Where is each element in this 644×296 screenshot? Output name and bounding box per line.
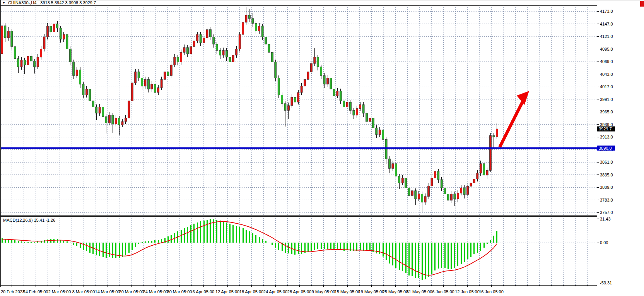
- svg-text:-53.31: -53.31: [600, 281, 612, 285]
- svg-text:3939.0: 3939.0: [600, 122, 613, 127]
- svg-text:3757.0: 3757.0: [600, 210, 613, 215]
- macd-histogram-series: [2, 219, 497, 280]
- svg-text:6 Jun 05:00: 6 Jun 05:00: [432, 289, 454, 294]
- symbol-dropdown-icon[interactable]: ▼: [2, 1, 5, 5]
- svg-text:12 Apr 05:00: 12 Apr 05:00: [215, 289, 239, 294]
- svg-text:9 May 05:00: 9 May 05:00: [312, 289, 335, 294]
- corner-marker: [640, 1, 644, 7]
- svg-text:31 May 05:00: 31 May 05:00: [407, 289, 432, 294]
- svg-text:2 Mar 05:00: 2 Mar 05:00: [48, 289, 71, 294]
- chart-title-bar: ▼ CHINA300-,H4 3913.5 3942.3 3908.3 3929…: [2, 0, 96, 5]
- svg-text:3890.0: 3890.0: [599, 146, 612, 151]
- macd-signal-line: [2, 222, 497, 275]
- svg-text:18 Apr 05:00: 18 Apr 05:00: [239, 289, 263, 294]
- svg-text:12 Jun 05:00: 12 Jun 05:00: [455, 289, 480, 294]
- macd-indicator-label: MACD(12,26,9) 15.41 -1.26: [3, 218, 55, 222]
- chart-window: 4173.04147.04121.04095.04069.04043.04017…: [0, 0, 644, 296]
- svg-text:20 Mar 05:00: 20 Mar 05:00: [119, 289, 144, 294]
- time-axis: 20 Feb 202324 Feb 05:002 Mar 05:008 Mar …: [1, 285, 587, 294]
- svg-text:24 Feb 05:00: 24 Feb 05:00: [23, 289, 48, 294]
- svg-text:3991.0: 3991.0: [600, 97, 613, 102]
- svg-text:4043.0: 4043.0: [600, 72, 613, 77]
- svg-text:4173.0: 4173.0: [600, 9, 613, 14]
- svg-text:4069.0: 4069.0: [600, 59, 613, 64]
- svg-text:3861.0: 3861.0: [600, 160, 613, 164]
- svg-text:28 Apr 05:00: 28 Apr 05:00: [287, 289, 311, 294]
- svg-text:4121.0: 4121.0: [600, 34, 613, 39]
- svg-text:3783.0: 3783.0: [600, 198, 613, 202]
- svg-text:16 Jun 05:00: 16 Jun 05:00: [479, 289, 504, 294]
- symbol-period-label: CHINA300-,H4: [8, 0, 36, 5]
- svg-text:31.43: 31.43: [600, 217, 611, 221]
- svg-text:25 May 05:00: 25 May 05:00: [383, 289, 408, 294]
- svg-text:3835.0: 3835.0: [600, 173, 613, 177]
- svg-text:30 Mar 05:00: 30 Mar 05:00: [167, 289, 192, 294]
- svg-text:4095.0: 4095.0: [600, 47, 613, 51]
- svg-text:19 May 05:00: 19 May 05:00: [359, 289, 384, 294]
- svg-text:24 Apr 05:00: 24 Apr 05:00: [263, 289, 287, 294]
- svg-text:0.00: 0.00: [600, 240, 608, 245]
- svg-text:3913.0: 3913.0: [600, 135, 613, 139]
- ohlc-readout: 3913.5 3942.3 3908.3 3929.7: [40, 0, 96, 5]
- price-axis: 4173.04147.04121.04095.04069.04043.04017…: [597, 9, 613, 215]
- svg-text:24 Mar 05:00: 24 Mar 05:00: [143, 289, 168, 294]
- hline-price-label[interactable]: 3890.0: [597, 145, 615, 151]
- svg-text:3809.0: 3809.0: [600, 185, 613, 190]
- svg-text:15 May 05:00: 15 May 05:00: [335, 289, 360, 294]
- macd-axis: 31.430.00-53.31: [597, 217, 612, 285]
- svg-text:20 Feb 2023: 20 Feb 2023: [1, 289, 25, 294]
- svg-text:8 Mar 05:00: 8 Mar 05:00: [72, 289, 95, 294]
- svg-text:4017.0: 4017.0: [600, 84, 613, 89]
- svg-text:14 Mar 05:00: 14 Mar 05:00: [95, 289, 120, 294]
- svg-text:4147.0: 4147.0: [600, 22, 613, 26]
- bid-price-label: 3929.7: [597, 127, 615, 132]
- chart-canvas[interactable]: 4173.04147.04121.04095.04069.04043.04017…: [0, 0, 644, 296]
- svg-text:6 Apr 05:00: 6 Apr 05:00: [193, 289, 214, 294]
- svg-text:3929.7: 3929.7: [599, 127, 612, 131]
- svg-text:3965.0: 3965.0: [600, 110, 613, 114]
- candlestick-series: [1, 7, 498, 212]
